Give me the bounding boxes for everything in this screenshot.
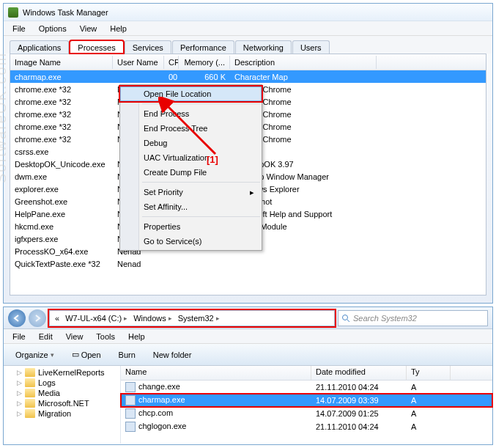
nav-back-button[interactable] xyxy=(8,309,26,327)
menu-edit[interactable]: Edit xyxy=(33,331,59,342)
burn-button[interactable]: Burn xyxy=(113,348,141,361)
explorer-window: « W7-UL-x64 (C:)▸ Windows▸ System32▸ Sea… xyxy=(3,306,493,445)
folder-icon xyxy=(25,409,35,418)
crumb-drive[interactable]: W7-UL-x64 (C:)▸ xyxy=(63,314,130,323)
folder-tree[interactable]: ▷LiveKernelReports▷Logs▷Media▷Microsoft.… xyxy=(4,366,121,444)
tab-applications[interactable]: Applications xyxy=(10,40,69,54)
col-cpu[interactable]: CPU xyxy=(164,56,179,69)
open-button[interactable]: ▭ Open xyxy=(66,348,107,361)
menu-file[interactable]: File xyxy=(7,23,32,34)
col-user-name[interactable]: User Name xyxy=(113,56,164,69)
context-menu-item[interactable]: Go to Service(s) xyxy=(120,234,262,249)
task-manager-icon xyxy=(8,7,18,18)
context-menu-separator xyxy=(142,182,260,183)
tree-item[interactable]: ▷Microsoft.NET xyxy=(4,398,120,408)
tree-item[interactable]: ▷LiveKernelReports xyxy=(4,367,120,378)
menubar: File Options View Help xyxy=(4,21,492,36)
window-title: Windows Task Manager xyxy=(23,8,108,17)
chevron-right-icon: ▸ xyxy=(250,188,254,197)
tree-item[interactable]: ▷Media xyxy=(4,388,120,398)
file-icon xyxy=(125,382,136,392)
col-description[interactable]: Description xyxy=(230,56,377,69)
file-icon xyxy=(125,422,136,432)
address-bar: « W7-UL-x64 (C:)▸ Windows▸ System32▸ Sea… xyxy=(4,307,492,329)
svg-line-2 xyxy=(347,320,349,322)
tab-performance[interactable]: Performance xyxy=(172,40,234,54)
organize-button[interactable]: Organize ▾ xyxy=(10,348,60,361)
tab-processes[interactable]: Processes xyxy=(70,40,123,54)
column-headers: Image Name User Name CPU Memory (... Des… xyxy=(10,54,486,70)
file-row[interactable]: chcp.com14.07.2009 01:25A xyxy=(121,407,492,420)
context-menu-separator xyxy=(142,216,260,217)
menu-help[interactable]: Help xyxy=(122,331,151,342)
explorer-body: ▷LiveKernelReports▷Logs▷Media▷Microsoft.… xyxy=(4,366,492,444)
arrow-left-icon xyxy=(13,315,21,322)
process-row[interactable]: charmap.exe00660 KCharacter Map xyxy=(10,70,486,83)
search-input[interactable]: Search System32 xyxy=(338,310,488,326)
breadcrumb-bar[interactable]: « W7-UL-x64 (C:)▸ Windows▸ System32▸ xyxy=(49,310,335,326)
explorer-menubar: File Edit View Tools Help xyxy=(4,329,492,344)
tab-users[interactable]: Users xyxy=(292,40,330,54)
annotation-arrow xyxy=(158,97,224,163)
annotation-label: [1] xyxy=(207,154,218,165)
crumb-root[interactable]: « xyxy=(53,314,62,323)
menu-tools[interactable]: Tools xyxy=(90,331,121,342)
tree-item[interactable]: ▷Migration xyxy=(4,408,120,419)
folder-icon xyxy=(25,368,35,377)
svg-point-1 xyxy=(343,315,348,320)
context-menu-item[interactable]: Set Priority▸ xyxy=(120,185,262,199)
context-menu-item[interactable]: Set Affinity... xyxy=(120,199,262,214)
folder-icon xyxy=(25,378,35,387)
tab-strip: Applications Processes Services Performa… xyxy=(4,36,492,54)
arrow-right-icon xyxy=(34,315,41,322)
col-date[interactable]: Date modified xyxy=(311,366,407,380)
menu-help[interactable]: Help xyxy=(104,23,133,34)
context-menu-item[interactable]: Create Dump File xyxy=(120,165,262,180)
file-icon xyxy=(125,395,136,405)
col-type[interactable]: Ty xyxy=(407,366,451,380)
context-menu-item[interactable]: Properties xyxy=(120,219,262,234)
crumb-system32[interactable]: System32▸ xyxy=(176,314,222,323)
folder-icon xyxy=(25,399,35,408)
crumb-windows[interactable]: Windows▸ xyxy=(131,314,174,323)
new-folder-button[interactable]: New folder xyxy=(147,348,198,361)
tree-item[interactable]: ▷Logs xyxy=(4,378,120,388)
col-memory[interactable]: Memory (... xyxy=(179,56,230,69)
explorer-toolbar: Organize ▾ ▭ Open Burn New folder xyxy=(4,344,492,366)
file-icon xyxy=(125,408,136,419)
svg-line-0 xyxy=(166,104,215,154)
menu-file[interactable]: File xyxy=(7,331,32,342)
menu-view[interactable]: View xyxy=(60,331,89,342)
menu-options[interactable]: Options xyxy=(33,23,73,34)
file-row[interactable]: charmap.exe14.07.2009 03:39A xyxy=(121,394,492,407)
tab-networking[interactable]: Networking xyxy=(235,40,292,54)
file-row[interactable]: change.exe21.11.2010 04:24A xyxy=(121,381,492,394)
search-icon xyxy=(341,314,350,323)
file-list-header: Name Date modified Ty xyxy=(121,366,492,381)
folder-icon xyxy=(25,389,35,397)
file-row[interactable]: chglogon.exe21.11.2010 04:24A xyxy=(121,420,492,433)
titlebar[interactable]: Windows Task Manager xyxy=(4,4,492,21)
tab-services[interactable]: Services xyxy=(125,40,171,54)
menu-view[interactable]: View xyxy=(74,23,103,34)
nav-forward-button[interactable] xyxy=(29,309,46,327)
col-name[interactable]: Name xyxy=(121,366,311,380)
col-image-name[interactable]: Image Name xyxy=(10,56,113,69)
process-row[interactable]: QuickTextPaste.exe *32Nenad xyxy=(10,257,486,270)
file-list: Name Date modified Ty change.exe21.11.20… xyxy=(121,366,492,444)
